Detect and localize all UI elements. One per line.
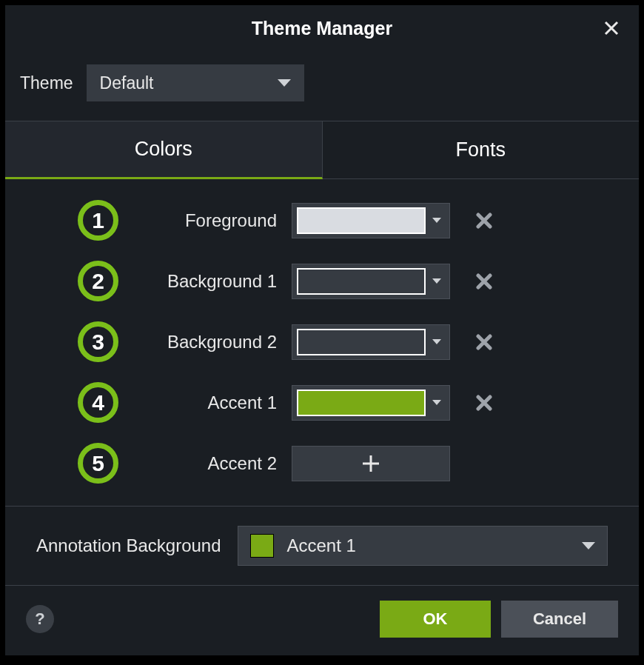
caret-down-icon <box>278 79 291 87</box>
tab-fonts[interactable]: Fonts <box>323 121 640 179</box>
color-label: Accent 1 <box>136 392 277 413</box>
close-icon <box>603 19 620 37</box>
tab-fonts-label: Fonts <box>455 138 506 161</box>
caret-down-icon <box>432 278 441 284</box>
tab-colors-label: Colors <box>135 138 192 161</box>
picker-caret[interactable] <box>427 278 446 284</box>
color-row: 1Foreground <box>20 200 624 241</box>
color-picker[interactable] <box>292 385 450 421</box>
close-icon <box>476 334 492 350</box>
annotation-value: Accent 1 <box>287 535 568 556</box>
clear-color-button[interactable] <box>469 327 499 357</box>
caret-down-icon <box>432 339 441 344</box>
annotation-label: Annotation Background <box>36 535 221 556</box>
callout-badge: 2 <box>78 261 118 301</box>
tab-colors[interactable]: Colors <box>5 121 323 179</box>
color-row: 3Background 2 <box>20 321 624 362</box>
caret-down-icon <box>432 400 441 405</box>
tabs: Colors Fonts <box>5 121 639 179</box>
close-button[interactable] <box>596 13 627 44</box>
callout-badge: 3 <box>78 321 118 362</box>
color-label: Foreground <box>136 210 277 231</box>
plus-icon <box>360 453 381 474</box>
color-swatch <box>297 329 426 355</box>
add-color-button[interactable] <box>292 446 450 481</box>
help-button[interactable]: ? <box>26 605 54 633</box>
theme-manager-window: Theme Manager Theme Default Colors Fonts… <box>4 4 640 656</box>
ok-label: OK <box>423 609 448 629</box>
theme-select-value: Default <box>100 73 154 93</box>
clear-color-button[interactable] <box>469 267 499 296</box>
color-swatch <box>297 390 426 416</box>
callout-badge: 5 <box>78 443 118 484</box>
color-picker[interactable] <box>292 324 450 360</box>
color-label: Accent 2 <box>136 453 277 474</box>
caret-down-icon <box>582 542 595 549</box>
close-icon <box>476 213 492 229</box>
clear-color-button[interactable] <box>469 388 499 418</box>
theme-label: Theme <box>20 73 73 93</box>
annotation-row: Annotation Background Accent 1 <box>5 507 639 586</box>
picker-caret[interactable] <box>427 218 446 223</box>
annotation-swatch <box>250 534 274 558</box>
theme-row: Theme Default <box>5 51 639 121</box>
annotation-select[interactable]: Accent 1 <box>238 526 608 566</box>
color-list: 1Foreground2Background 13Background 24Ac… <box>5 179 639 507</box>
caret-down-icon <box>432 218 441 223</box>
color-swatch <box>297 207 426 234</box>
picker-caret[interactable] <box>427 339 446 344</box>
theme-select[interactable]: Default <box>87 64 304 101</box>
cancel-button[interactable]: Cancel <box>501 601 618 638</box>
color-label: Background 2 <box>136 332 277 352</box>
color-picker[interactable] <box>292 264 450 299</box>
close-icon <box>476 395 492 411</box>
picker-caret[interactable] <box>427 400 446 405</box>
callout-badge: 4 <box>78 382 118 423</box>
color-swatch <box>297 268 426 295</box>
color-row: 2Background 1 <box>20 261 624 301</box>
color-row: 5Accent 2 <box>20 443 624 484</box>
cancel-label: Cancel <box>533 609 586 629</box>
clear-color-button[interactable] <box>469 206 499 235</box>
window-title: Theme Manager <box>252 18 392 39</box>
color-picker[interactable] <box>292 203 450 238</box>
ok-button[interactable]: OK <box>380 601 491 638</box>
color-row: 4Accent 1 <box>20 382 624 423</box>
close-icon <box>476 273 492 290</box>
callout-badge: 1 <box>78 200 118 241</box>
color-label: Background 1 <box>136 271 277 292</box>
titlebar: Theme Manager <box>5 5 639 51</box>
footer: ? OK Cancel <box>5 586 639 655</box>
